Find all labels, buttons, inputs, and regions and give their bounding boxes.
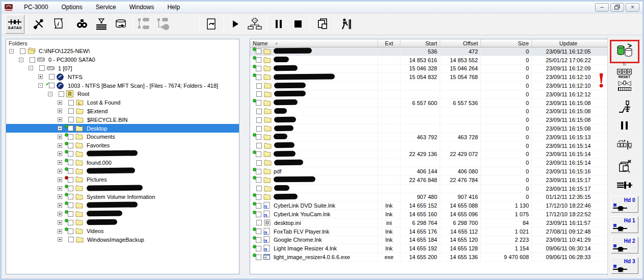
column-header-size[interactable]: Size (481, 39, 532, 47)
column-header-ext[interactable]: Ext (378, 39, 400, 47)
file-row[interactable]: 15 054 83215 054 768023/09/11 16:12:10 (250, 73, 607, 82)
file-checkbox[interactable] (256, 126, 262, 132)
file-checkbox[interactable] (256, 194, 261, 200)
file-checkbox[interactable] (256, 91, 262, 97)
tree-expand-toggle[interactable]: + (58, 151, 62, 156)
sector-edit-icon[interactable] (617, 139, 632, 153)
tree-row-ntfs[interactable]: +NTFS (6, 72, 239, 81)
column-header-name[interactable]: Name▲ (250, 39, 378, 47)
tree-row-extend[interactable]: +$Extend (6, 107, 239, 116)
tree-checkbox[interactable] (39, 65, 45, 71)
file-row[interactable]: desktop.iniini6 298 7646 298 7008423/09/… (250, 219, 607, 227)
tree-checkbox[interactable] (68, 134, 73, 140)
file-checkbox[interactable] (256, 66, 261, 71)
file-checkbox[interactable] (256, 254, 261, 260)
tree-checkbox[interactable] (49, 74, 55, 80)
pause-toolbar-button[interactable] (269, 15, 288, 34)
file-row[interactable]: 023/09/11 16:15:14 (250, 159, 607, 167)
file-checkbox[interactable] (256, 83, 262, 89)
file-checkbox[interactable] (256, 246, 261, 251)
delete-copies-icon[interactable] (617, 159, 632, 176)
file-checkbox[interactable] (256, 109, 262, 114)
file-row[interactable]: 14 853 61614 853 552025/01/12 17:06:22 (250, 56, 607, 65)
tree-checkbox[interactable] (68, 211, 73, 217)
file-row[interactable]: Google Chrome.lnklnk14 655 18414 655 120… (250, 236, 607, 245)
file-checkbox[interactable] (256, 220, 262, 225)
tree-row-root[interactable]: -RRoot (6, 90, 239, 98)
tree-checkbox[interactable] (68, 177, 73, 183)
tree-checkbox[interactable] (59, 91, 64, 97)
restore-icon[interactable] (610, 3, 624, 12)
file-row[interactable]: 023/09/11 16:12:10 (250, 82, 607, 90)
tree-row-videos[interactable]: +Videos (6, 227, 239, 236)
tree-row-1003-ntfs-base-mft-scan-files-7674-folders-418[interactable]: -✓1003 - NTFS [Base MFT Scan] - [Files -… (6, 81, 239, 90)
file-row[interactable]: 023/09/11 16:15:08 (250, 116, 607, 124)
file-checkbox[interactable] (256, 117, 262, 123)
tree-expand-toggle[interactable]: + (58, 194, 62, 199)
tree-expand-toggle[interactable]: + (58, 109, 62, 113)
tree-expand-toggle[interactable]: + (58, 186, 62, 191)
file-row[interactable]: 15 046 32815 046 264023/09/11 16:12:09 (250, 65, 607, 73)
export-db-toolbar-button[interactable] (111, 15, 130, 34)
file-checkbox[interactable] (256, 203, 261, 209)
tree-checkbox[interactable] (68, 125, 73, 131)
tree-expand-toggle[interactable]: - (29, 66, 33, 70)
tree-row-desktop[interactable]: +Desktop (6, 124, 239, 133)
file-row[interactable]: 536472023/09/11 16:12:05 (250, 47, 607, 56)
tree-expand-toggle[interactable]: + (58, 220, 62, 225)
menu-pc-3000[interactable]: PC-3000 (17, 3, 55, 12)
file-row[interactable]: 023/09/11 16:15:08 (250, 108, 607, 116)
tree-row-documents[interactable]: +Documents (6, 133, 239, 141)
tree-expand-toggle[interactable]: - (9, 49, 14, 54)
tree-expand-toggle[interactable]: + (58, 100, 62, 105)
tree-checkbox[interactable] (68, 100, 74, 106)
tree-row-0-pc3000-sata0[interactable]: -0 - PC3000 SATA0 (6, 56, 239, 64)
sata0-toolbar-button[interactable]: SATA0 (5, 15, 24, 34)
file-checkbox[interactable] (256, 186, 262, 191)
tree-expand-toggle[interactable]: - (48, 92, 52, 96)
menu-service[interactable]: Service (89, 3, 123, 12)
file-row[interactable]: 023/09/11 16:15:14 (250, 142, 607, 150)
head-counter-icon[interactable]: ▷0◁ (618, 80, 631, 91)
file-row[interactable]: CyberLink DVD Suite.lnklnk14 655 15214 6… (250, 201, 607, 210)
file-checkbox[interactable] (256, 151, 261, 157)
file-checkbox[interactable] (256, 212, 261, 217)
tree-expand-toggle[interactable]: + (58, 177, 62, 182)
pause-icon[interactable] (621, 121, 628, 130)
tree-checkbox[interactable] (68, 168, 73, 174)
tree-row[interactable]: + (6, 210, 239, 218)
file-checkbox[interactable] (256, 74, 261, 80)
file-checkbox[interactable] (256, 169, 261, 174)
close-button[interactable]: × (626, 3, 639, 12)
hd-port-button-hd-3[interactable]: Hd 3 (611, 257, 638, 274)
file-checkbox[interactable] (256, 228, 261, 234)
tree-checkbox[interactable] (68, 228, 73, 234)
file-row[interactable]: 023/09/11 16:12:12 (250, 90, 607, 99)
column-header-offset[interactable]: Offset (440, 39, 481, 47)
tree-checkbox[interactable] (68, 186, 73, 191)
tree-row-lost-found[interactable]: +LLost & Found (6, 98, 239, 107)
minimize-button[interactable]: – (595, 3, 609, 12)
head-test-icon[interactable] (618, 100, 631, 116)
tree-checkbox[interactable] (68, 117, 74, 122)
tree-row[interactable]: + (6, 150, 239, 159)
file-row[interactable]: light_image_resizer4.0.6.6.exeexe14 655 … (250, 253, 607, 262)
tree-expand-toggle[interactable]: + (58, 160, 62, 165)
play-toolbar-button[interactable] (226, 15, 245, 34)
tree-row-found-000[interactable]: +found.000 (6, 158, 239, 167)
tree-expand-toggle[interactable]: + (58, 143, 62, 148)
flowchart-toolbar-button[interactable]: ? (245, 15, 264, 34)
tree-expand-toggle[interactable]: + (58, 135, 62, 139)
exit-toolbar-button[interactable] (336, 15, 356, 34)
tree-checkbox[interactable] (68, 151, 73, 157)
file-row[interactable]: Light Image Resizer 4.lnklnk14 655 19214… (250, 244, 607, 253)
tree-checkbox[interactable] (68, 108, 74, 114)
file-checkbox[interactable] (256, 177, 261, 183)
tree-expand-toggle[interactable]: + (58, 229, 62, 234)
open-task-toolbar-button[interactable] (202, 15, 221, 34)
tree-expand-toggle[interactable]: - (19, 58, 23, 62)
tree-checkbox[interactable] (68, 202, 73, 208)
stop-toolbar-button[interactable] (288, 15, 308, 34)
copy-toolbar-button[interactable] (312, 15, 332, 34)
file-checkbox[interactable] (256, 48, 261, 54)
